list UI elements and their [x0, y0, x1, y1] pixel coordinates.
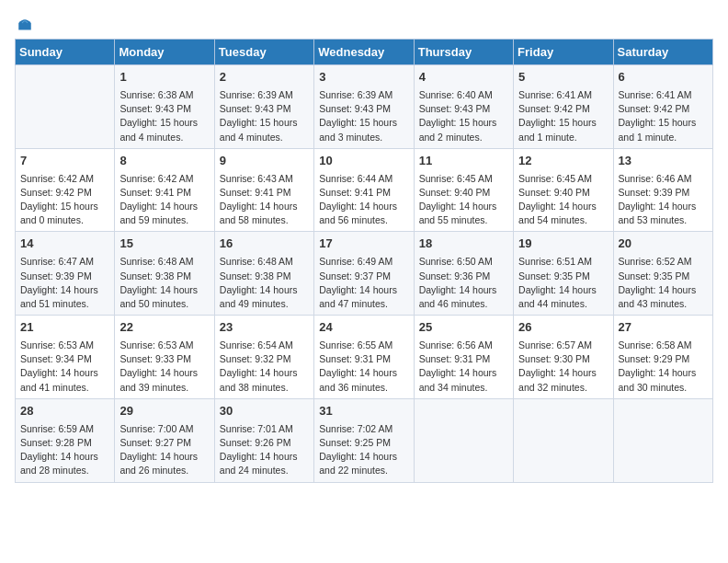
calendar-cell: 28Sunrise: 6:59 AM Sunset: 9:28 PM Dayli…: [16, 398, 115, 482]
day-number: 29: [119, 403, 209, 420]
calendar-cell: 23Sunrise: 6:54 AM Sunset: 9:32 PM Dayli…: [214, 316, 313, 399]
day-header-monday: Monday: [115, 40, 214, 65]
calendar-cell: 2Sunrise: 6:39 AM Sunset: 9:43 PM Daylig…: [214, 65, 313, 149]
days-header-row: SundayMondayTuesdayWednesdayThursdayFrid…: [16, 40, 713, 65]
calendar-cell: 8Sunrise: 6:42 AM Sunset: 9:41 PM Daylig…: [115, 148, 214, 232]
day-info: Sunrise: 6:41 AM Sunset: 9:42 PM Dayligh…: [518, 88, 608, 144]
day-info: Sunrise: 6:51 AM Sunset: 9:35 PM Dayligh…: [518, 255, 608, 311]
calendar-cell: 16Sunrise: 6:48 AM Sunset: 9:38 PM Dayli…: [214, 232, 313, 316]
calendar-cell: 14Sunrise: 6:47 AM Sunset: 9:39 PM Dayli…: [16, 232, 115, 316]
calendar-cell: 30Sunrise: 7:01 AM Sunset: 9:26 PM Dayli…: [214, 398, 313, 482]
calendar-cell: 13Sunrise: 6:46 AM Sunset: 9:39 PM Dayli…: [613, 148, 712, 232]
calendar-cell: 19Sunrise: 6:51 AM Sunset: 9:35 PM Dayli…: [514, 232, 613, 316]
calendar-cell: 4Sunrise: 6:40 AM Sunset: 9:43 PM Daylig…: [414, 65, 513, 149]
calendar-cell: 17Sunrise: 6:49 AM Sunset: 9:37 PM Dayli…: [314, 232, 414, 316]
day-info: Sunrise: 6:55 AM Sunset: 9:31 PM Dayligh…: [319, 339, 408, 395]
calendar-cell: 3Sunrise: 6:39 AM Sunset: 9:43 PM Daylig…: [314, 65, 414, 149]
week-row-1: 1Sunrise: 6:38 AM Sunset: 9:43 PM Daylig…: [16, 65, 713, 149]
day-info: Sunrise: 6:48 AM Sunset: 9:38 PM Dayligh…: [220, 255, 309, 311]
week-row-2: 7Sunrise: 6:42 AM Sunset: 9:42 PM Daylig…: [16, 148, 713, 232]
day-number: 4: [419, 69, 508, 86]
calendar-cell: 9Sunrise: 6:43 AM Sunset: 9:41 PM Daylig…: [214, 148, 313, 232]
day-number: 25: [419, 319, 508, 337]
calendar-cell: 25Sunrise: 6:56 AM Sunset: 9:31 PM Dayli…: [414, 316, 513, 399]
day-info: Sunrise: 6:47 AM Sunset: 9:39 PM Dayligh…: [20, 255, 109, 311]
day-number: 15: [119, 236, 209, 253]
day-info: Sunrise: 7:01 AM Sunset: 9:26 PM Dayligh…: [220, 422, 309, 478]
day-number: 3: [319, 69, 408, 86]
day-header-tuesday: Tuesday: [214, 40, 313, 65]
day-number: 12: [518, 153, 608, 170]
day-number: 8: [119, 153, 209, 170]
day-number: 30: [220, 403, 309, 420]
day-info: Sunrise: 6:46 AM Sunset: 9:39 PM Dayligh…: [619, 172, 708, 228]
day-number: 2: [220, 69, 309, 86]
calendar-cell: 15Sunrise: 6:48 AM Sunset: 9:38 PM Dayli…: [115, 232, 214, 316]
day-info: Sunrise: 6:45 AM Sunset: 9:40 PM Dayligh…: [419, 172, 508, 228]
calendar-cell: [414, 398, 513, 482]
day-number: 1: [119, 69, 209, 86]
calendar-cell: [16, 65, 115, 149]
calendar-cell: 27Sunrise: 6:58 AM Sunset: 9:29 PM Dayli…: [613, 316, 712, 399]
day-number: 26: [518, 319, 608, 337]
day-info: Sunrise: 6:49 AM Sunset: 9:37 PM Dayligh…: [319, 255, 408, 311]
day-number: 11: [419, 153, 508, 170]
day-info: Sunrise: 6:56 AM Sunset: 9:31 PM Dayligh…: [419, 339, 508, 395]
calendar-cell: 20Sunrise: 6:52 AM Sunset: 9:35 PM Dayli…: [613, 232, 712, 316]
day-number: 7: [20, 153, 109, 170]
day-info: Sunrise: 7:02 AM Sunset: 9:25 PM Dayligh…: [319, 422, 408, 478]
day-number: 16: [220, 236, 309, 253]
day-info: Sunrise: 6:58 AM Sunset: 9:29 PM Dayligh…: [619, 339, 708, 395]
day-number: 23: [220, 319, 309, 337]
day-number: 27: [619, 319, 708, 337]
day-info: Sunrise: 6:40 AM Sunset: 9:43 PM Dayligh…: [419, 88, 508, 144]
calendar-cell: 29Sunrise: 7:00 AM Sunset: 9:27 PM Dayli…: [115, 398, 214, 482]
calendar-cell: 18Sunrise: 6:50 AM Sunset: 9:36 PM Dayli…: [414, 232, 513, 316]
calendar-cell: 31Sunrise: 7:02 AM Sunset: 9:25 PM Dayli…: [314, 398, 414, 482]
day-header-friday: Friday: [514, 40, 613, 65]
calendar-cell: 24Sunrise: 6:55 AM Sunset: 9:31 PM Dayli…: [314, 316, 414, 399]
logo: [15, 15, 33, 31]
day-info: Sunrise: 6:57 AM Sunset: 9:30 PM Dayligh…: [518, 339, 608, 395]
calendar-cell: 5Sunrise: 6:41 AM Sunset: 9:42 PM Daylig…: [514, 65, 613, 149]
day-info: Sunrise: 6:39 AM Sunset: 9:43 PM Dayligh…: [220, 88, 309, 144]
day-number: 5: [518, 69, 608, 86]
calendar-table: SundayMondayTuesdayWednesdayThursdayFrid…: [15, 39, 713, 483]
day-info: Sunrise: 6:38 AM Sunset: 9:43 PM Dayligh…: [119, 88, 209, 144]
day-header-sunday: Sunday: [16, 40, 115, 65]
day-number: 19: [518, 236, 608, 253]
day-info: Sunrise: 6:59 AM Sunset: 9:28 PM Dayligh…: [20, 422, 109, 478]
day-number: 24: [319, 319, 408, 337]
day-header-wednesday: Wednesday: [314, 40, 414, 65]
day-number: 22: [119, 319, 209, 337]
day-number: 17: [319, 236, 408, 253]
day-info: Sunrise: 6:42 AM Sunset: 9:42 PM Dayligh…: [20, 172, 109, 228]
day-info: Sunrise: 6:42 AM Sunset: 9:41 PM Dayligh…: [119, 172, 209, 228]
calendar-cell: 1Sunrise: 6:38 AM Sunset: 9:43 PM Daylig…: [115, 65, 214, 149]
calendar-cell: [514, 398, 613, 482]
day-number: 31: [319, 403, 408, 420]
calendar-cell: 10Sunrise: 6:44 AM Sunset: 9:41 PM Dayli…: [314, 148, 414, 232]
day-header-saturday: Saturday: [613, 40, 712, 65]
day-number: 6: [619, 69, 708, 86]
day-info: Sunrise: 6:41 AM Sunset: 9:42 PM Dayligh…: [619, 88, 708, 144]
calendar-cell: 12Sunrise: 6:45 AM Sunset: 9:40 PM Dayli…: [514, 148, 613, 232]
calendar-cell: 6Sunrise: 6:41 AM Sunset: 9:42 PM Daylig…: [613, 65, 712, 149]
day-info: Sunrise: 6:50 AM Sunset: 9:36 PM Dayligh…: [419, 255, 508, 311]
day-info: Sunrise: 7:00 AM Sunset: 9:27 PM Dayligh…: [119, 422, 209, 478]
week-row-3: 14Sunrise: 6:47 AM Sunset: 9:39 PM Dayli…: [16, 232, 713, 316]
week-row-4: 21Sunrise: 6:53 AM Sunset: 9:34 PM Dayli…: [16, 316, 713, 399]
day-number: 28: [20, 403, 109, 420]
calendar-cell: [613, 398, 712, 482]
day-info: Sunrise: 6:44 AM Sunset: 9:41 PM Dayligh…: [319, 172, 408, 228]
page-header: [15, 15, 713, 31]
day-number: 10: [319, 153, 408, 170]
calendar-cell: 7Sunrise: 6:42 AM Sunset: 9:42 PM Daylig…: [16, 148, 115, 232]
day-info: Sunrise: 6:52 AM Sunset: 9:35 PM Dayligh…: [619, 255, 708, 311]
day-info: Sunrise: 6:45 AM Sunset: 9:40 PM Dayligh…: [518, 172, 608, 228]
week-row-5: 28Sunrise: 6:59 AM Sunset: 9:28 PM Dayli…: [16, 398, 713, 482]
day-info: Sunrise: 6:48 AM Sunset: 9:38 PM Dayligh…: [119, 255, 209, 311]
day-number: 18: [419, 236, 508, 253]
day-info: Sunrise: 6:54 AM Sunset: 9:32 PM Dayligh…: [220, 339, 309, 395]
day-header-thursday: Thursday: [414, 40, 513, 65]
